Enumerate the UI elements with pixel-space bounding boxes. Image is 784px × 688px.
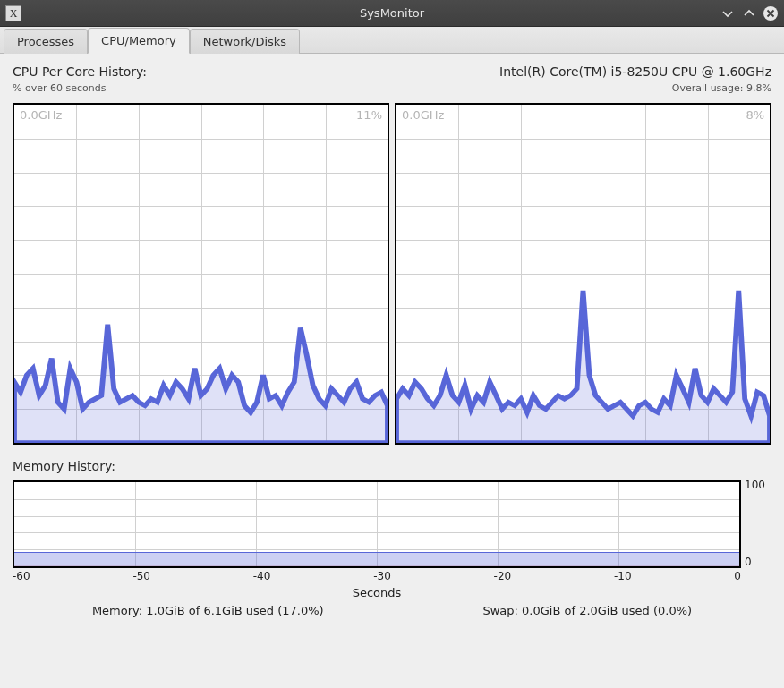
mem-x-tick: -40 [253,570,271,582]
cpu-core-1-chart: 0.0GHz 8% [395,103,771,445]
tab-network-disks[interactable]: Network/Disks [190,29,300,54]
titlebar: X SysMonitor [0,0,784,27]
memory-summary: Memory: 1.0GiB of 6.1GiB used (17.0%) [92,604,324,617]
mem-x-tick: -20 [494,570,512,582]
cpu-overall-usage: Overall usage: 9.8% [672,82,771,94]
window-controls [720,5,784,21]
cpu-core-0-chart: 0.0GHz 11% [13,103,389,445]
cpu-charts: 0.0GHz 11% 0.0GHz 8% [13,103,771,445]
close-button[interactable] [763,5,779,21]
memory-chart-wrap: 100 0 -60-50-40-30-20-100 Seconds [13,480,771,599]
mem-x-tick: -10 [614,570,632,582]
mem-x-axis: -60-50-40-30-20-100 [13,570,741,582]
tab-strip: Processes CPU/Memory Network/Disks [0,27,784,54]
mem-y-top: 100 [745,479,771,491]
memory-history-title: Memory History: [13,459,771,473]
mem-y-bottom: 0 [745,556,771,568]
memory-footer: Memory: 1.0GiB of 6.1GiB used (17.0%) Sw… [13,604,771,617]
app-icon: X [5,5,21,21]
memory-chart [13,480,741,568]
cpu-history-title: CPU Per Core History: [13,64,147,79]
mem-x-tick: -30 [373,570,391,582]
mem-x-tick: 0 [734,570,741,582]
window-title: SysMonitor [0,6,784,20]
maximize-button[interactable] [741,5,757,21]
swap-summary: Swap: 0.0GiB of 2.0GiB used (0.0%) [482,604,692,617]
mem-x-label: Seconds [13,586,741,599]
mem-x-tick: -60 [13,570,30,582]
cpu-header-row: CPU Per Core History: Intel(R) Core(TM) … [13,64,771,79]
tab-processes[interactable]: Processes [4,29,88,54]
mem-x-tick: -50 [132,570,150,582]
tab-cpu-memory[interactable]: CPU/Memory [88,28,190,54]
minimize-button[interactable] [720,5,736,21]
content: CPU Per Core History: Intel(R) Core(TM) … [0,54,784,624]
cpu-model-label: Intel(R) Core(TM) i5-8250U CPU @ 1.60GHz [499,64,771,79]
cpu-subheader-row: % over 60 seconds Overall usage: 9.8% [13,82,771,94]
cpu-subtitle: % over 60 seconds [13,82,106,94]
